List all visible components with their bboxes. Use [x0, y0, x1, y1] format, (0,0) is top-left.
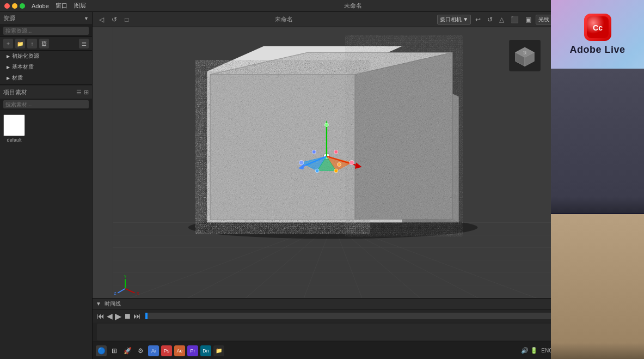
- nav-init-resources[interactable]: ▶ 初始化资源: [0, 51, 92, 62]
- prev-frame-btn[interactable]: ◀: [107, 312, 113, 320]
- resources-arrow: ▼: [84, 16, 89, 21]
- project-search-input[interactable]: [3, 100, 89, 108]
- folder-btn[interactable]: 📁: [15, 39, 25, 48]
- adobe-live-panel: Cc Adobe Live: [551, 0, 644, 359]
- resources-header[interactable]: 资源 ▼: [0, 12, 92, 25]
- taskbar-6[interactable]: 📁: [213, 345, 224, 356]
- taskbar-2[interactable]: Ps: [161, 345, 172, 356]
- nav-basic-material[interactable]: ▶ 基本材质: [0, 62, 92, 72]
- playhead[interactable]: [145, 313, 148, 319]
- window-controls: [4, 3, 25, 9]
- list-view-btn[interactable]: ☰: [79, 39, 89, 48]
- timeline: ▼ 时间线 ⏮ ◀ ▶ ⏹ ⏭ ⬆: [93, 298, 573, 342]
- svg-text:Cc: Cc: [593, 23, 603, 32]
- svg-marker-28: [355, 52, 452, 219]
- svg-point-48: [349, 160, 354, 165]
- resources-label: 资源: [3, 14, 15, 22]
- skip-start-btn[interactable]: ⏮: [97, 312, 105, 320]
- webcam-person-1: [551, 69, 644, 214]
- close-btn[interactable]: [4, 3, 10, 9]
- project-material-header[interactable]: 项目素材 ☰ ⊞: [0, 86, 92, 99]
- menu-window[interactable]: 窗口: [56, 2, 68, 10]
- adobe-logo: Cc: [584, 14, 611, 41]
- vt-rotate-btn[interactable]: ↺: [109, 15, 119, 25]
- skip-end-btn[interactable]: ⏭: [133, 312, 141, 320]
- resources-search-input[interactable]: [3, 27, 89, 35]
- add-resource-btn[interactable]: ＋: [3, 39, 13, 48]
- svg-point-54: [312, 150, 316, 154]
- vt-redo[interactable]: ↺: [485, 15, 495, 25]
- asset-grid: default: [0, 110, 92, 147]
- svg-text:顶: 顶: [523, 51, 526, 54]
- taskbar-left: 🔵 ⊞ 🚀 ⚙ Ai Ps Ae Pr Dn 📁: [96, 345, 224, 356]
- image-btn[interactable]: 🖼: [39, 39, 49, 48]
- svg-point-51: [334, 169, 338, 173]
- minimize-btn[interactable]: [12, 3, 17, 9]
- menu-layer[interactable]: 图层: [74, 2, 86, 10]
- timeline-label: 时间线: [105, 300, 121, 308]
- asset-default-thumb: [3, 114, 25, 136]
- webcam-person-2: [551, 214, 644, 360]
- menu-bar: Adobe 窗口 图层 未命名 ⬆ ⛶: [0, 0, 644, 12]
- taskbar-mission[interactable]: ⊞: [109, 345, 120, 356]
- svg-point-55: [338, 163, 341, 167]
- pm-grid-btn[interactable]: ⊞: [84, 89, 89, 96]
- timeline-content: [93, 323, 573, 342]
- system-icons: 🔊 🔋: [521, 347, 538, 354]
- stop-btn[interactable]: ⏹: [124, 312, 131, 320]
- svg-text:X: X: [137, 291, 139, 295]
- playback-buttons: ⏮ ◀ ▶ ⏹ ⏭: [97, 311, 141, 321]
- svg-point-49: [299, 160, 304, 165]
- app-container: Adobe 窗口 图层 未命名 ⬆ ⛶ 资源 ▼ ＋ 📁 ↑ 🖼: [0, 0, 644, 359]
- main-area: 资源 ▼ ＋ 📁 ↑ 🖼 ☰ ▶ 初始化资源 ▶ 基本材质: [0, 12, 644, 359]
- webcam-view: [551, 69, 644, 359]
- project-material-label: 项目素材: [3, 88, 27, 96]
- svg-point-53: [334, 150, 338, 154]
- svg-point-50: [324, 123, 328, 127]
- taskbar-3[interactable]: Ae: [174, 345, 185, 356]
- viewport-scene: 顶 Y X Z: [93, 27, 573, 298]
- viewport-title: 未命名: [134, 15, 434, 23]
- taskbar-system[interactable]: ⚙: [135, 345, 146, 356]
- vt-square[interactable]: ⬛: [508, 15, 521, 25]
- vt-select-btn[interactable]: □: [122, 15, 131, 25]
- project-search-container: [0, 99, 92, 110]
- asset-default-label: default: [7, 137, 21, 143]
- timeline-empty-track: [97, 324, 569, 340]
- taskbar-5[interactable]: Dn: [200, 345, 211, 356]
- svg-text:Z: Z: [114, 291, 116, 295]
- camera-dropdown[interactable]: 摄口相机 ▼: [437, 15, 471, 25]
- vt-grid[interactable]: ▣: [523, 15, 533, 25]
- nav-material[interactable]: ▶ 材质: [0, 72, 92, 83]
- viewport-3d[interactable]: 顶 Y X Z: [93, 27, 573, 298]
- timeline-header: ▼ 时间线: [93, 299, 573, 309]
- left-sidebar: 资源 ▼ ＋ 📁 ↑ 🖼 ☰ ▶ 初始化资源 ▶ 基本材质: [0, 12, 93, 359]
- timeline-track-bar[interactable]: [145, 313, 560, 319]
- resources-toolbar: ＋ 📁 ↑ 🖼 ☰: [0, 37, 92, 51]
- taskbar-finder[interactable]: 🔵: [96, 345, 107, 356]
- taskbar-launchpad[interactable]: 🚀: [122, 345, 133, 356]
- svg-marker-26: [210, 75, 355, 220]
- viewport-toolbar: ◁ ↺ □ 未命名 摄口相机 ▼ ↩ ↺ △ ⬛ ▣ 光线 ▼: [93, 12, 573, 27]
- vt-back-btn[interactable]: ◁: [97, 15, 106, 25]
- play-btn[interactable]: ▶: [115, 311, 121, 321]
- vt-triangle[interactable]: △: [497, 15, 506, 25]
- upload-btn[interactable]: ↑: [27, 39, 37, 48]
- maximize-btn[interactable]: [20, 3, 25, 9]
- adobe-live-title: Adobe Live: [569, 44, 625, 56]
- center-area: ◁ ↺ □ 未命名 摄口相机 ▼ ↩ ↺ △ ⬛ ▣ 光线 ▼: [93, 12, 573, 359]
- menu-adobe[interactable]: Adobe: [32, 3, 49, 9]
- adobe-logo-svg: Cc: [587, 16, 609, 38]
- resources-search-container: [0, 25, 92, 37]
- window-title: 未命名: [93, 2, 614, 10]
- svg-text:Y: Y: [124, 275, 127, 278]
- pm-collapse-btn[interactable]: ☰: [76, 89, 82, 96]
- timeline-collapse[interactable]: ▼: [96, 301, 101, 307]
- viewport-right-controls: 摄口相机 ▼ ↩ ↺ △ ⬛ ▣ 光线 ▼ ≡: [437, 15, 569, 25]
- asset-default[interactable]: default: [3, 114, 25, 143]
- svg-point-52: [315, 169, 319, 173]
- divider-1: [0, 84, 92, 85]
- vt-undo[interactable]: ↩: [473, 15, 483, 25]
- taskbar-1[interactable]: Ai: [148, 345, 159, 356]
- taskbar-4[interactable]: Pr: [187, 345, 198, 356]
